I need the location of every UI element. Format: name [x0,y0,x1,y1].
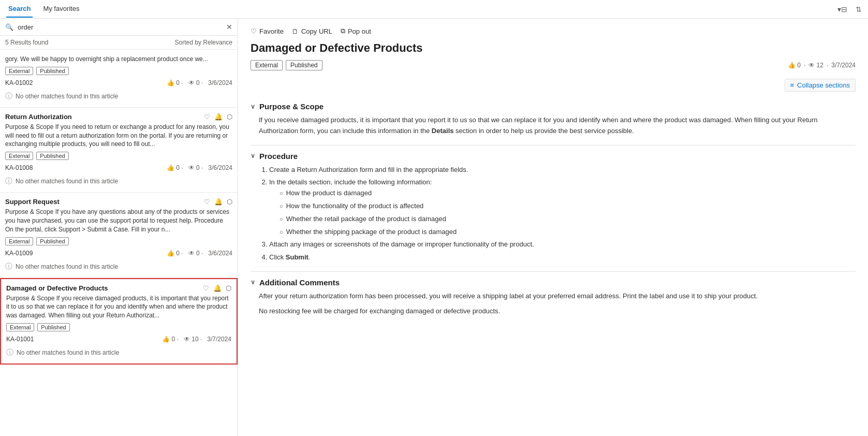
list-item[interactable]: Return Authorization ♡ 🔔 ⬡ Purpose & Sco… [0,108,238,193]
no-match: ⓘ No other matches found in this article [5,89,232,105]
favorite-button[interactable]: ♡ Favorite [251,27,284,35]
substep-1: How the product is damaged [279,188,856,199]
section-additional-comments-header[interactable]: ∨ Additional Comments [251,278,856,287]
list-item[interactable]: Support Request ♡ 🔔 ⬡ Purpose & Scope If… [0,193,238,278]
result-action-icons[interactable]: ♡ 🔔 ⬡ [204,113,232,121]
info-icon: ⓘ [6,348,13,357]
main-layout: 🔍 ✕ 5 Results found Sorted by Relevance … [0,19,868,436]
article-meta-row: External Published 👍 0 · 👁 12 · 3/7/2024 [251,60,856,70]
search-icon: 🔍 [5,23,13,31]
tab-search[interactable]: Search [6,1,33,18]
procedure-substeps: How the product is damaged How the funct… [269,188,856,237]
no-match: ⓘ No other matches found in this article [5,259,232,275]
result-excerpt: gory. We will be happy to overnight ship… [5,55,232,64]
list-item-selected[interactable]: Damaged or Defective Products ♡ 🔔 ⬡ Purp… [0,278,238,365]
list-item[interactable]: gory. We will be happy to overnight ship… [0,50,238,108]
results-info: 5 Results found Sorted by Relevance [0,36,238,50]
chevron-down-icon: ∨ [251,152,255,159]
result-action-icons[interactable]: ♡ 🔔 ⬡ [203,284,231,292]
procedure-step-4: Click Submit. [269,252,856,263]
filter-icon[interactable]: ▾⊟ [837,5,847,13]
likes-count: 👍 0 · [162,336,179,343]
date: 3/7/2024 [207,336,231,343]
popout-icon: ⧉ [341,27,345,35]
views-count: 👁 0 · [188,79,203,86]
substep-2: How the functionality of the product is … [279,201,856,212]
result-tags: External Published [6,323,231,331]
article-date: 3/7/2024 [831,62,856,69]
no-match: ⓘ No other matches found in this article [6,345,231,361]
section-purpose-scope-content: If you receive damaged products, it is i… [251,115,856,137]
external-link-icon[interactable]: ⬡ [226,284,231,292]
article-title: Damaged or Defective Products [251,41,856,55]
result-excerpt: Purpose & Scope If you have any question… [5,208,232,234]
sort-icon[interactable]: ⇅ [856,5,862,13]
tab-favorites[interactable]: My favorites [41,1,81,18]
no-match-text: No other matches found in this article [16,93,118,100]
result-tags: External Published [5,67,232,75]
result-title: Return Authorization [5,113,72,121]
pop-out-button[interactable]: ⧉ Pop out [341,27,371,35]
views-count: 👁 0 · [188,164,203,171]
date: 3/6/2024 [208,250,232,257]
result-tags: External Published [5,152,232,160]
views-count: 👁 0 · [188,250,203,257]
no-match-text: No other matches found in this article [16,178,118,185]
result-meta: KA-01008 👍 0 · 👁 0 · 3/6/2024 [5,162,232,173]
section-additional-comments-content: After your return authorization form has… [251,291,856,317]
info-icon: ⓘ [5,177,12,186]
section-procedure: ∨ Procedure Create a Return Authorizatio… [251,152,856,263]
left-panel: 🔍 ✕ 5 Results found Sorted by Relevance … [0,19,238,436]
date: 3/6/2024 [208,164,232,171]
favorite-icon[interactable]: ♡ [204,198,210,206]
article-stats: 👍 0 · 👁 12 · 3/7/2024 [788,62,856,69]
share-icon[interactable]: 🔔 [213,284,222,292]
copy-icon: 🗋 [292,27,299,35]
procedure-step-3: Attach any images or screenshots of the … [269,239,856,250]
ka-id: KA-01002 [5,79,33,86]
results-list: gory. We will be happy to overnight ship… [0,50,238,436]
favorite-icon[interactable]: ♡ [203,284,209,292]
top-bar: Search My favorites ▾⊟ ⇅ [0,0,868,19]
result-excerpt: Purpose & Scope If you receive damaged p… [6,294,231,320]
search-clear-icon[interactable]: ✕ [226,23,232,31]
search-input[interactable] [18,23,222,31]
no-match-text: No other matches found in this article [17,349,119,356]
substep-4: Whether the shipping package of the prod… [279,227,856,238]
external-link-icon[interactable]: ⬡ [227,113,232,121]
meta-counts: 👍 0 · 👁 10 · 3/7/2024 [162,336,231,343]
section-divider [251,271,856,272]
section-procedure-header[interactable]: ∨ Procedure [251,152,856,161]
views-count: 👁 10 · [184,336,202,343]
external-link-icon[interactable]: ⬡ [227,198,232,206]
chevron-down-icon: ∨ [251,279,255,286]
info-icon: ⓘ [5,262,12,271]
favorite-icon[interactable]: ♡ [204,113,210,121]
comment-2: No restocking fee will be charged for ex… [259,306,856,317]
date: 3/6/2024 [208,79,232,86]
result-action-icons[interactable]: ♡ 🔔 ⬡ [204,198,232,206]
tag-external: External [6,323,34,331]
section-title: Additional Comments [259,278,340,287]
meta-counts: 👍 0 · 👁 0 · 3/6/2024 [167,250,232,257]
no-match: ⓘ No other matches found in this article [5,173,232,190]
section-procedure-content: Create a Return Authorization form and f… [251,165,856,263]
likes-count: 👍 0 · [167,79,183,86]
info-icon: ⓘ [5,92,12,101]
tag-external: External [5,67,33,75]
ka-id: KA-01009 [5,250,33,257]
likes-count: 👍 0 · [167,250,183,257]
result-title: Support Request [5,198,60,206]
collapse-sections-button[interactable]: ≡ Collapse sections [785,79,856,92]
collapse-icon: ≡ [790,81,795,89]
heart-icon: ♡ [251,27,257,35]
section-purpose-scope: ∨ Purpose & Scope If you receive damaged… [251,102,856,137]
purpose-text: If you receive damaged products, it is i… [259,115,856,137]
results-count: 5 Results found [5,39,48,46]
share-icon[interactable]: 🔔 [214,113,223,121]
tag-external: External [5,237,33,245]
search-bar: 🔍 ✕ [0,19,238,36]
share-icon[interactable]: 🔔 [214,198,223,206]
copy-url-button[interactable]: 🗋 Copy URL [292,27,332,35]
section-purpose-scope-header[interactable]: ∨ Purpose & Scope [251,102,856,111]
